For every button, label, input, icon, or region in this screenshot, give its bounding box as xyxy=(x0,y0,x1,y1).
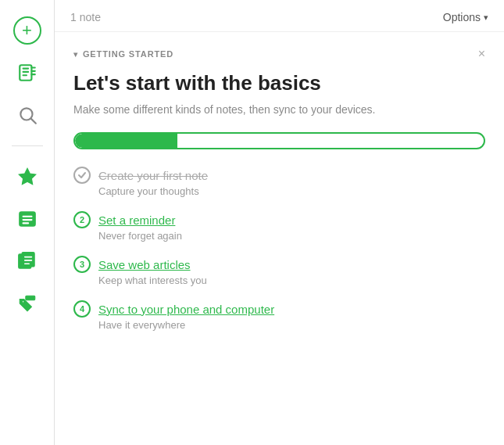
section-chevron-icon: ▾ xyxy=(73,50,78,59)
options-chevron-icon: ▾ xyxy=(484,13,488,23)
section-title: ▾ GETTING STARTED xyxy=(73,49,173,59)
list-item: 3 Save web articles Keep what interests … xyxy=(73,256,485,286)
main-panel: 1 note Options ▾ ▾ GETTING STARTED × Let… xyxy=(55,0,504,445)
item-description: Have it everywhere xyxy=(98,319,485,331)
circle-plus-icon: + xyxy=(13,16,41,45)
notes-list-icon xyxy=(17,209,38,229)
checklist: Create your first note Capture your thou… xyxy=(73,167,485,331)
list-item: 4 Sync to your phone and computer Have i… xyxy=(73,300,485,331)
tags-icon xyxy=(17,293,38,314)
item-label[interactable]: Sync to your phone and computer xyxy=(98,303,274,316)
item-description: Keep what interests you xyxy=(98,275,485,286)
list-item: Create your first note Capture your thou… xyxy=(73,167,485,197)
starred-button[interactable] xyxy=(9,159,45,195)
notebooks-icon xyxy=(17,251,38,271)
search-icon xyxy=(17,105,38,125)
svg-marker-9 xyxy=(19,168,36,185)
sidebar: + xyxy=(0,0,55,445)
tags-button[interactable] xyxy=(9,285,45,321)
sidebar-divider xyxy=(12,145,43,146)
main-heading: Let's start with the basics xyxy=(73,71,485,95)
item-label[interactable]: Create your first note xyxy=(98,169,208,182)
notebook-icon xyxy=(17,63,38,83)
top-bar: 1 note Options ▾ xyxy=(55,0,504,32)
progress-fill xyxy=(75,134,177,148)
notebooks-button[interactable] xyxy=(9,243,45,279)
progress-bar xyxy=(73,132,485,149)
options-button[interactable]: Options ▾ xyxy=(443,11,488,23)
close-button[interactable]: × xyxy=(478,48,485,60)
step-number-icon: 3 xyxy=(73,256,91,273)
checkmark-icon xyxy=(73,167,91,184)
star-icon xyxy=(17,167,38,187)
svg-rect-20 xyxy=(25,296,34,300)
content-area: ▾ GETTING STARTED × Let's start with the… xyxy=(55,32,504,445)
svg-point-19 xyxy=(22,301,24,303)
svg-line-8 xyxy=(30,119,35,124)
item-description: Never forget again xyxy=(98,230,485,242)
main-subheading: Make some different kinds of notes, then… xyxy=(73,102,485,118)
search-button[interactable] xyxy=(9,97,45,133)
notes-list-button[interactable] xyxy=(9,201,45,237)
getting-started-header: ▾ GETTING STARTED × xyxy=(73,48,485,60)
step-number-icon: 2 xyxy=(73,211,91,228)
item-label[interactable]: Set a reminder xyxy=(98,214,175,227)
step-number-icon: 4 xyxy=(73,300,91,318)
item-description: Capture your thoughts xyxy=(98,185,485,197)
new-note-button[interactable]: + xyxy=(9,13,45,48)
notebook-button[interactable] xyxy=(9,55,45,91)
item-label[interactable]: Save web articles xyxy=(98,258,191,271)
list-item: 2 Set a reminder Never forget again xyxy=(73,211,485,242)
note-count: 1 note xyxy=(70,11,101,23)
